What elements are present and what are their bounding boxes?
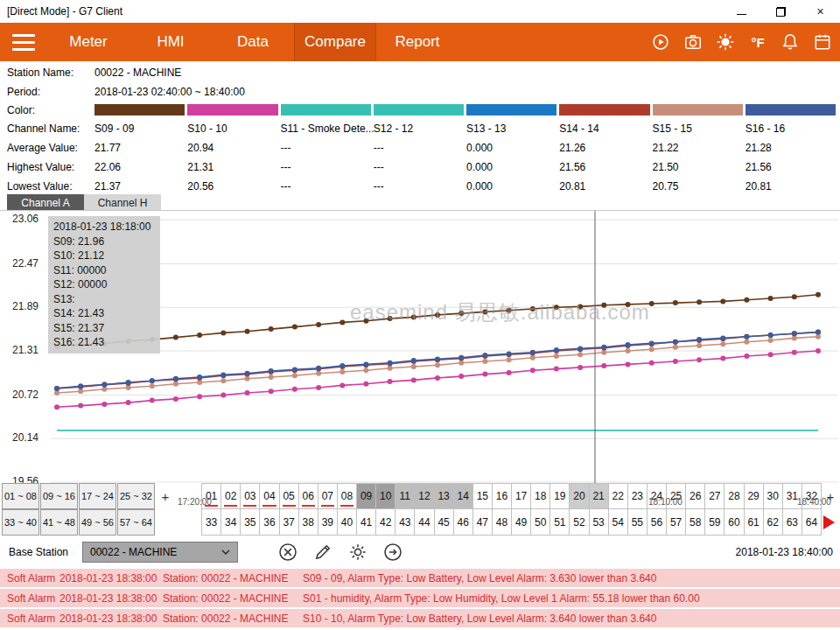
nav-tab-compare[interactable]: Compare bbox=[294, 23, 376, 61]
page-range-button[interactable]: 09 ~ 16 bbox=[40, 483, 78, 509]
nav-tab-data[interactable]: Data bbox=[212, 23, 294, 61]
page-range-button[interactable]: 41 ~ 48 bbox=[40, 509, 78, 536]
time-cell-63[interactable]: 63 bbox=[783, 509, 802, 536]
page-range-button[interactable]: 17 ~ 24 bbox=[79, 483, 116, 509]
sync-icon[interactable] bbox=[648, 30, 673, 54]
nav-tab-hmi[interactable]: HMI bbox=[130, 23, 212, 61]
time-cell-18[interactable]: 18 bbox=[531, 483, 550, 509]
time-cell-27[interactable]: 27 bbox=[705, 483, 724, 509]
time-cell-07[interactable]: 07 bbox=[318, 483, 338, 509]
time-cell-30[interactable]: 30 bbox=[764, 483, 783, 509]
time-cell-08[interactable]: 08 bbox=[338, 483, 357, 509]
menu-icon[interactable] bbox=[0, 23, 47, 61]
time-cell-06[interactable]: 06 bbox=[299, 483, 318, 509]
time-cell-03[interactable]: 03 bbox=[241, 483, 260, 509]
time-cell-05[interactable]: 05 bbox=[280, 483, 299, 509]
time-cell-26[interactable]: 26 bbox=[686, 483, 705, 509]
data-point-S16 bbox=[150, 378, 155, 383]
camera-icon[interactable] bbox=[681, 30, 705, 54]
time-cell-09[interactable]: 09 bbox=[357, 483, 376, 509]
time-cell-15[interactable]: 15 bbox=[473, 483, 493, 509]
time-cell-62[interactable]: 62 bbox=[764, 509, 783, 536]
time-cell-42[interactable]: 42 bbox=[376, 509, 396, 536]
time-cell-58[interactable]: 58 bbox=[686, 509, 705, 536]
time-cell-53[interactable]: 53 bbox=[590, 509, 609, 536]
time-cell-45[interactable]: 45 bbox=[435, 509, 454, 536]
time-cell-02[interactable]: 02 bbox=[221, 483, 241, 509]
time-cell-17[interactable]: 17 bbox=[512, 483, 531, 509]
time-cell-04[interactable]: 04 bbox=[260, 483, 279, 509]
data-point-S10 bbox=[530, 368, 536, 373]
nav-tab-meter[interactable]: Meter bbox=[47, 23, 130, 61]
alarm-bell-icon[interactable] bbox=[778, 30, 802, 54]
time-cell-14[interactable]: 14 bbox=[454, 483, 473, 509]
channel-color-bar bbox=[653, 104, 743, 116]
page-range-button[interactable]: 33 ~ 40 bbox=[2, 509, 39, 536]
fahrenheit-icon[interactable]: °F bbox=[746, 30, 770, 54]
expand-left-button[interactable]: + bbox=[156, 483, 175, 509]
time-cell-54[interactable]: 54 bbox=[609, 509, 628, 536]
time-cell-44[interactable]: 44 bbox=[415, 509, 434, 536]
time-cell-52[interactable]: 52 bbox=[570, 509, 589, 536]
time-cell-60[interactable]: 60 bbox=[724, 509, 744, 536]
time-cell-55[interactable]: 55 bbox=[628, 509, 648, 536]
page-range-button[interactable]: 25 ~ 32 bbox=[117, 483, 155, 509]
time-cell-36[interactable]: 36 bbox=[260, 509, 279, 536]
settings-icon[interactable] bbox=[346, 541, 369, 564]
alarm-row[interactable]: Soft Alarm2018-01-23 18:38:00Station: 00… bbox=[0, 589, 840, 607]
time-cell-20[interactable]: 20 bbox=[570, 483, 589, 509]
time-cell-49[interactable]: 49 bbox=[512, 509, 531, 536]
time-cell-21[interactable]: 21 bbox=[590, 483, 609, 509]
time-cell-23[interactable]: 23 bbox=[628, 483, 648, 509]
nav-tab-report[interactable]: Report bbox=[376, 23, 458, 61]
time-cell-38[interactable]: 38 bbox=[299, 509, 318, 536]
time-cell-64[interactable]: 64 bbox=[802, 509, 822, 536]
time-cell-39[interactable]: 39 bbox=[318, 509, 338, 536]
tab-channel-h[interactable]: Channel H bbox=[84, 194, 161, 211]
time-cell-57[interactable]: 57 bbox=[667, 509, 686, 536]
time-cell-29[interactable]: 29 bbox=[745, 483, 764, 509]
base-station-dropdown[interactable]: 00022 - MACHINE bbox=[82, 542, 238, 563]
time-cell-41[interactable]: 41 bbox=[357, 509, 376, 536]
minimize-button[interactable] bbox=[722, 0, 761, 23]
period-value: 2018-01-23 02:40:00 ~ 18:40:00 bbox=[94, 86, 838, 98]
time-cell-59[interactable]: 59 bbox=[705, 509, 724, 536]
time-cell-40[interactable]: 40 bbox=[338, 509, 357, 536]
page-range-button[interactable]: 57 ~ 64 bbox=[117, 509, 155, 536]
page-range-button[interactable]: 49 ~ 56 bbox=[79, 509, 116, 536]
time-cell-37[interactable]: 37 bbox=[280, 509, 299, 536]
close-button[interactable]: × bbox=[801, 0, 840, 23]
time-cell-43[interactable]: 43 bbox=[396, 509, 415, 536]
calendar-icon[interactable] bbox=[810, 30, 835, 54]
time-cell-10[interactable]: 10 bbox=[376, 483, 396, 509]
cancel-icon[interactable] bbox=[276, 541, 299, 564]
next-page-arrow[interactable] bbox=[823, 515, 835, 529]
go-icon[interactable] bbox=[382, 541, 404, 564]
time-cell-46[interactable]: 46 bbox=[454, 509, 473, 536]
tab-channel-a[interactable]: Channel A bbox=[7, 194, 84, 211]
time-cell-61[interactable]: 61 bbox=[745, 509, 764, 536]
time-cell-50[interactable]: 50 bbox=[531, 509, 550, 536]
time-cell-11[interactable]: 11 bbox=[396, 483, 415, 509]
brightness-icon[interactable] bbox=[713, 30, 738, 54]
time-cell-48[interactable]: 48 bbox=[493, 509, 512, 536]
time-cell-34[interactable]: 34 bbox=[221, 509, 241, 536]
alarm-row[interactable]: Soft Alarm2018-01-23 18:38:00Station: 00… bbox=[0, 609, 840, 627]
time-cell-12[interactable]: 12 bbox=[415, 483, 434, 509]
page-range-button[interactable]: 01 ~ 08 bbox=[2, 483, 39, 509]
time-cell-56[interactable]: 56 bbox=[648, 509, 667, 536]
time-cell-47[interactable]: 47 bbox=[473, 509, 493, 536]
edit-icon[interactable] bbox=[312, 541, 334, 564]
time-cell-35[interactable]: 35 bbox=[241, 509, 260, 536]
time-cell-22[interactable]: 22 bbox=[609, 483, 628, 509]
data-point-S15 bbox=[220, 378, 226, 383]
restore-button[interactable] bbox=[761, 0, 801, 23]
time-cell-33[interactable]: 33 bbox=[202, 509, 221, 536]
time-cell-28[interactable]: 28 bbox=[724, 483, 744, 509]
time-cell-51[interactable]: 51 bbox=[550, 509, 570, 536]
time-cell-19[interactable]: 19 bbox=[550, 483, 570, 509]
alarm-row[interactable]: Soft Alarm2018-01-23 18:38:00Station: 00… bbox=[0, 569, 840, 587]
time-cell-13[interactable]: 13 bbox=[435, 483, 454, 509]
chart-area[interactable]: 23.0622.4721.8921.3120.7220.1419.56 ease… bbox=[0, 210, 840, 488]
time-cell-16[interactable]: 16 bbox=[493, 483, 512, 509]
